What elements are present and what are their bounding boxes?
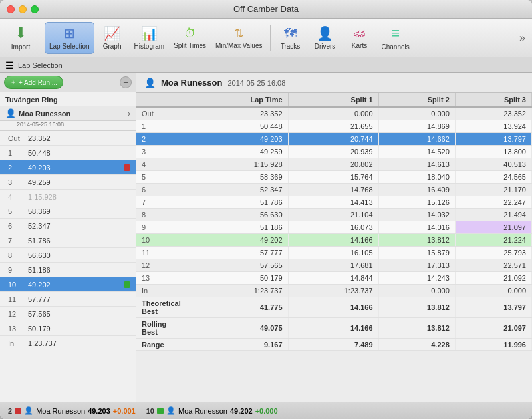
col-header-1: Lap Time (190, 93, 288, 107)
lap-list-item[interactable]: In1:23.737 (0, 336, 136, 350)
rolling-cell-0: Rolling Best (136, 318, 190, 339)
toolbar-btn-lapsel[interactable]: ⊞Lap Selection (45, 22, 94, 54)
lap-number: 12 (8, 310, 28, 318)
lap-list-item[interactable]: 652.347 (0, 219, 136, 233)
cell-4: 13.924 (455, 120, 531, 133)
lap-list-item[interactable]: 1350.179 (0, 321, 136, 336)
cell-1: 23.352 (190, 107, 288, 120)
toolbar-btn-drivers[interactable]: 👤Drivers (309, 22, 342, 54)
table-row[interactable]: 1157.77716.10515.87925.793 (136, 247, 532, 259)
cell-2: 15.764 (288, 171, 378, 184)
table-row[interactable]: 751.78614.41315.12622.247 (136, 196, 532, 209)
toolbar-btn-graph[interactable]: 📈Graph (96, 22, 129, 54)
lap-list-item[interactable]: 41:15.928 (0, 190, 136, 204)
table-row[interactable]: 856.63021.10414.03221.494 (136, 209, 532, 221)
cell-2: 14.844 (288, 272, 378, 285)
lap-number: In (8, 339, 28, 347)
cell-1: 56.630 (190, 209, 288, 221)
lap-list-item[interactable]: 1049.202 (0, 277, 136, 292)
channels-icon: ≡ (391, 25, 400, 42)
lap-list-item[interactable]: 150.448 (0, 146, 136, 160)
lap-list-item[interactable]: 951.186 (0, 263, 136, 277)
table-row[interactable]: 1350.17914.84414.24321.092 (136, 272, 532, 285)
lap-list-item[interactable]: 349.259 (0, 175, 136, 190)
cell-4: 22.571 (455, 259, 531, 272)
table-row[interactable]: Out23.3520.0000.00023.352 (136, 107, 532, 120)
cell-4: 22.247 (455, 196, 531, 209)
lap-list-item[interactable]: 751.786 (0, 233, 136, 248)
col-header-4: Split 3 (455, 93, 531, 107)
table-row[interactable]: 652.34714.76816.40921.170 (136, 184, 532, 196)
lap-time: 52.347 (28, 222, 130, 230)
cell-0: 13 (136, 272, 190, 285)
add-run-button[interactable]: ＋ + Add Run ... (4, 76, 63, 89)
status-lap2-num: 10 (146, 407, 154, 415)
table-row[interactable]: 558.36915.76418.04024.565 (136, 171, 532, 184)
table-row[interactable]: 1049.20214.16613.81221.224 (136, 234, 532, 247)
cell-1: 57.565 (190, 259, 288, 272)
lap-list-item[interactable]: 249.203 (0, 160, 136, 175)
cell-2: 14.166 (288, 234, 378, 247)
toolbar-btn-tracks[interactable]: 🗺Tracks (274, 22, 307, 54)
cell-4: 21.170 (455, 184, 531, 196)
rolling-cell-2: 14.166 (288, 318, 378, 339)
status-lap2-delta: +0.000 (255, 407, 278, 415)
toolbar-btn-karts[interactable]: 🏎Karts (343, 22, 376, 54)
close-button[interactable] (7, 5, 15, 13)
maximize-button[interactable] (31, 5, 39, 13)
theoretical-cell-2: 14.166 (288, 297, 378, 318)
toolbar-btn-channels[interactable]: ≡Channels (378, 22, 414, 54)
driver-row[interactable]: 👤 Moa Runesson › (0, 106, 136, 121)
cell-4: 25.793 (455, 247, 531, 259)
lap-list: Out23.352150.448249.203349.25941:15.9285… (0, 131, 136, 402)
cell-0: 10 (136, 234, 190, 247)
toolbar-btn-histogram[interactable]: 📊Histogram (130, 22, 169, 54)
cell-0: 2 (136, 133, 190, 146)
cell-0: In (136, 285, 190, 297)
right-panel: 👤 Moa Runesson 2014-05-25 16:08 Lap Time… (136, 73, 532, 402)
status-lap1-indicator (15, 408, 21, 414)
remove-run-button[interactable]: − (120, 76, 132, 88)
cell-0: Out (136, 107, 190, 120)
lap-number: 2 (8, 164, 28, 172)
table-row[interactable]: In1:23.7371:23.7370.0000.000 (136, 285, 532, 297)
table-row[interactable]: 150.44821.65514.86913.924 (136, 120, 532, 133)
cell-4: 24.565 (455, 171, 531, 184)
lap-list-item[interactable]: 558.369 (0, 204, 136, 219)
cell-4: 21.224 (455, 234, 531, 247)
cell-3: 14.016 (378, 221, 455, 234)
toolbar-btn-import[interactable]: ⬇Import (4, 22, 37, 54)
status-bar: 2 👤 Moa Runesson 49.203 +0.001 10 👤 Moa … (0, 402, 532, 419)
status-lap1-driver-icon: 👤 (24, 406, 33, 415)
cell-0: 4 (136, 158, 190, 171)
cell-0: 12 (136, 259, 190, 272)
lap-list-item[interactable]: Out23.352 (0, 131, 136, 146)
driver-arrow-icon: › (128, 109, 130, 118)
table-row[interactable]: 41:15.92820.80214.61340.513 (136, 158, 532, 171)
cell-0: 1 (136, 120, 190, 133)
lap-list-item[interactable]: 1157.777 (0, 292, 136, 307)
cell-2: 16.105 (288, 247, 378, 259)
data-table-container: Lap TimeSplit 1Split 2Split 3Out23.3520.… (136, 93, 532, 402)
lap-data-table: Lap TimeSplit 1Split 2Split 3Out23.3520.… (136, 93, 532, 351)
table-row[interactable]: 951.18616.07314.01621.097 (136, 221, 532, 234)
toolbar-expander[interactable]: » (517, 29, 528, 47)
table-row[interactable]: 349.25920.93914.52013.800 (136, 146, 532, 158)
histogram-icon: 📊 (141, 25, 158, 41)
lap-time: 49.203 (28, 164, 124, 172)
title-bar: Off Camber Data (0, 0, 532, 19)
cell-0: 3 (136, 146, 190, 158)
lap-indicator (124, 164, 130, 171)
sub-toolbar: ☰ Lap Selection (0, 57, 532, 73)
lap-list-item[interactable]: 856.630 (0, 248, 136, 263)
table-row[interactable]: 249.20320.74414.66213.797 (136, 133, 532, 146)
range-row: Range9.1677.4894.22811.996 (136, 339, 532, 351)
table-row[interactable]: 1257.56517.68117.31322.571 (136, 259, 532, 272)
lap-list-item[interactable]: 1257.565 (0, 307, 136, 321)
tracks-label: Tracks (281, 43, 301, 50)
theoretical-best-row: Theoretical Best41.77514.16613.81213.797 (136, 297, 532, 318)
toolbar-btn-minmax[interactable]: ⇅Min/Max Values (211, 22, 266, 54)
minimize-button[interactable] (19, 5, 27, 13)
toolbar-btn-split[interactable]: ⏱Split Times (170, 22, 210, 54)
lap-time: 23.352 (28, 134, 130, 142)
